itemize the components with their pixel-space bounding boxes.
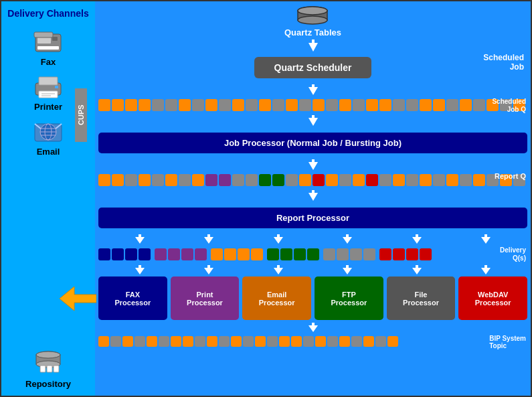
queue-dot (315, 336, 326, 347)
queue-dot (291, 336, 302, 347)
queue-dot (168, 248, 180, 260)
queue-dot (473, 99, 485, 111)
down-arrow-icon-3 (306, 115, 320, 126)
queue-dot (299, 174, 311, 186)
queue-dot (139, 174, 151, 186)
queue-dot (393, 174, 405, 186)
quartz-scheduler-box: Quartz Scheduler (254, 57, 372, 78)
queue-dot (152, 174, 164, 186)
svg-rect-55 (277, 265, 280, 268)
queue-dot (183, 336, 193, 347)
email-label: Email (37, 147, 60, 157)
svg-marker-44 (343, 237, 352, 244)
svg-rect-47 (416, 234, 418, 238)
queue-dot (246, 99, 258, 111)
svg-marker-63 (308, 325, 318, 332)
multi-arrow-6 (479, 234, 493, 244)
svg-rect-8 (55, 86, 58, 88)
report-processor-row: Report Processor (98, 203, 527, 232)
queue-dot (420, 174, 432, 186)
queue-dot (125, 99, 137, 111)
svg-marker-28 (308, 43, 318, 52)
repository-icon (31, 347, 66, 379)
webdav-processor-box: WebDAV Processor (458, 276, 527, 320)
bottom-processors-row: FAX Processor Print Processor Email Proc… (98, 276, 527, 320)
queue-dot (326, 174, 338, 186)
queue-dot (195, 336, 205, 347)
svg-marker-32 (308, 118, 318, 126)
queue-dot (460, 99, 472, 111)
svg-point-27 (298, 7, 327, 15)
queue-dot (135, 336, 145, 347)
queue-dot (406, 174, 418, 186)
queue-dot (195, 248, 207, 260)
print-queue-group (155, 248, 207, 260)
svg-rect-7 (39, 91, 58, 98)
webdav-queue-group (379, 248, 432, 260)
delivery-q-row: Delivery Q(s) (98, 246, 527, 263)
multi-arrow-5 (410, 234, 424, 244)
queue-dot (98, 99, 110, 111)
queue-dot (337, 248, 349, 260)
svg-rect-29 (312, 39, 315, 44)
svg-rect-23 (54, 366, 59, 372)
queue-dot (406, 99, 418, 111)
queue-dot (232, 99, 244, 111)
queue-dot (98, 248, 110, 260)
scheduled-job-q-row: Scheduled Job Q (98, 97, 527, 113)
queue-dot (313, 99, 325, 111)
queue-dot (393, 99, 405, 111)
svg-marker-36 (308, 193, 318, 201)
fax-icon (32, 29, 64, 56)
queue-dot (205, 99, 217, 111)
queue-dot (181, 248, 193, 260)
queue-dot (98, 336, 109, 347)
queue-dot (375, 336, 386, 347)
email-queue-group (211, 248, 263, 260)
main-area: Quartz Tables Quartz Scheduler Scheduled… (95, 1, 531, 396)
svg-marker-30 (308, 87, 318, 95)
queue-dot (339, 336, 350, 347)
svg-rect-6 (39, 77, 58, 85)
queue-dot (379, 248, 391, 260)
delivery-q-label: Delivery Q(s) (500, 246, 526, 262)
svg-rect-39 (139, 234, 141, 238)
queue-dot (294, 248, 306, 260)
queue-dot (379, 99, 391, 111)
arrow-to-report-q (98, 160, 527, 169)
svg-rect-33 (312, 115, 315, 118)
multi-arrow-2 (202, 234, 215, 244)
queue-dot (420, 248, 432, 260)
queue-dot (280, 248, 292, 260)
queue-dot (211, 248, 223, 260)
queue-dot (286, 99, 298, 111)
arrow-from-db (98, 41, 527, 50)
file-queue-group (323, 248, 375, 260)
queue-dot (147, 336, 157, 347)
report-processor-box: Report Processor (98, 208, 527, 228)
multi-arrow-row-2 (98, 266, 527, 274)
print-processor-box: Print Processor (171, 276, 240, 320)
queue-dot (224, 248, 236, 260)
queue-dot (219, 336, 230, 347)
bip-label: BIP System Topic (489, 335, 526, 349)
multi-arrow-1 (133, 234, 147, 244)
down-arrow-icon (306, 39, 320, 52)
queue-dot (243, 336, 254, 347)
multi-arrow-3 (272, 234, 285, 244)
queue-dot (207, 336, 217, 347)
queue-dot (152, 99, 164, 111)
svg-marker-62 (60, 287, 96, 311)
queue-dot (366, 174, 378, 186)
svg-marker-38 (135, 237, 145, 244)
queue-dot (279, 336, 290, 347)
queue-dot (255, 336, 266, 347)
queue-dot (473, 174, 485, 186)
multi-arrow-row (98, 235, 527, 243)
queue-dot (393, 248, 405, 260)
multi-arrow-b1 (133, 265, 147, 274)
report-q-row: Report Q (98, 172, 527, 188)
quartz-tables-section: Quartz Tables (98, 5, 527, 38)
queue-dot (192, 99, 204, 111)
ftp-queue-group (267, 248, 319, 260)
